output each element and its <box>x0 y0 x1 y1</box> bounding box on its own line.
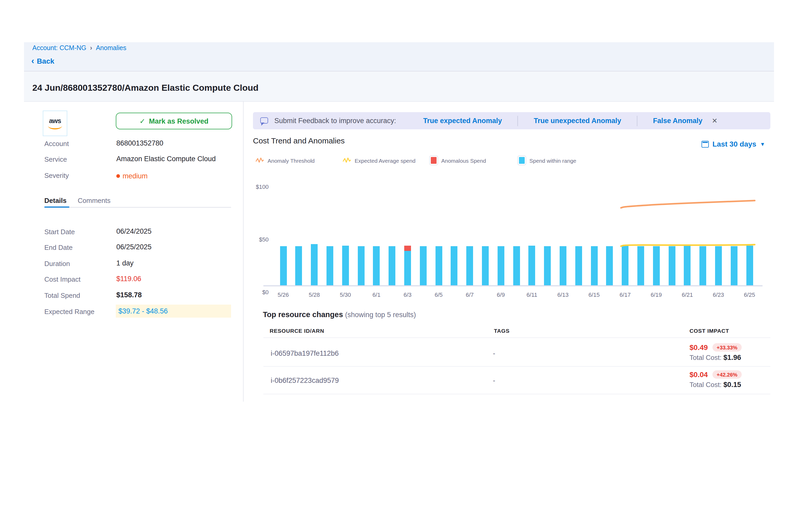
chart-lines <box>273 188 754 285</box>
date-range-picker[interactable]: Last 30 days ▼ <box>702 140 765 148</box>
y-tick-50: $50 <box>253 236 269 243</box>
end-date-label: End Date <box>44 244 73 251</box>
x-tick-6/7: 6/7 <box>466 291 474 298</box>
severity-dot-icon <box>116 174 120 178</box>
legend-label: Expected Average spend <box>355 157 415 164</box>
legend-label: Anomalous Spend <box>441 157 486 164</box>
pulse-line-icon <box>343 157 351 164</box>
x-tick-6/15: 6/15 <box>589 291 600 298</box>
x-tick-5/26: 5/26 <box>278 291 289 298</box>
resources-title: Top resource changes (showing top 5 resu… <box>263 310 416 319</box>
total-cost-value: $1.96 <box>723 354 741 361</box>
aws-logo-text: aws <box>49 118 61 124</box>
feedback-option-true-unexpected[interactable]: True unexpected Anomaly <box>518 117 637 125</box>
back-label: Back <box>37 57 54 65</box>
x-tick-6/9: 6/9 <box>497 291 505 298</box>
legend-anomalous-spend: Anomalous Spend <box>430 156 486 165</box>
x-tick-6/19: 6/19 <box>651 291 662 298</box>
x-tick-6/13: 6/13 <box>557 291 569 298</box>
back-chevron-icon: ‹ <box>31 57 34 65</box>
feedback-option-true-expected[interactable]: True expected Anomaly <box>407 117 518 125</box>
breadcrumb-account-link[interactable]: Account: CCM-NG <box>32 44 86 51</box>
expected-range-label: Expected Range <box>44 308 94 316</box>
mark-as-resolved-label: Mark as Resolved <box>149 117 208 125</box>
cost-impact-cell: $0.49 +33.33% Total Cost: $1.96 <box>689 343 742 361</box>
tab-track <box>44 207 231 208</box>
x-tick-6/5: 6/5 <box>435 291 443 298</box>
y-tick-0: $0 <box>253 289 269 295</box>
cost-amount: $0.49 <box>689 343 708 352</box>
blue-swatch-icon <box>518 156 526 165</box>
severity-text: medium <box>122 172 148 180</box>
cost-impact-label: Cost Impact <box>44 276 81 283</box>
breadcrumb-chevron-icon: › <box>90 44 92 52</box>
chart-title: Cost Trend and Anomalies <box>253 136 345 145</box>
tab-comments[interactable]: Comments <box>78 197 111 205</box>
table-divider <box>263 338 771 338</box>
table-divider <box>263 394 771 394</box>
line-anomaly-threshold <box>621 201 755 208</box>
total-cost-value: $0.15 <box>723 381 741 388</box>
x-axis-line <box>263 285 762 286</box>
x-axis: 5/265/285/306/16/36/56/76/96/116/136/156… <box>273 291 754 300</box>
cost-trend-chart: $100 $50 $0 5/265/285/306/16/36/56/76/96… <box>253 182 775 307</box>
legend-label: Spend within range <box>529 157 576 164</box>
mark-as-resolved-button[interactable]: ✓ Mark as Resolved <box>116 113 232 129</box>
x-tick-5/30: 5/30 <box>340 291 351 298</box>
breadcrumb: Account: CCM-NG › Anomalies <box>32 44 126 52</box>
legend-label: Anomaly Threshold <box>268 157 315 164</box>
red-swatch-icon <box>430 156 438 165</box>
x-tick-6/21: 6/21 <box>682 291 693 298</box>
start-date-value: 06/24/2025 <box>116 227 152 235</box>
col-header-tags: TAGS <box>494 327 510 334</box>
total-cost-label: Total Cost: <box>689 381 722 388</box>
percent-change-badge: +42.26% <box>712 370 742 379</box>
resource-id-cell[interactable]: i-06597ba197fe112b6 <box>271 349 339 357</box>
percent-change-badge: +33.33% <box>712 343 742 352</box>
chat-bubble-icon <box>260 117 268 124</box>
page-title: 24 Jun/868001352780/Amazon Elastic Compu… <box>32 83 259 93</box>
duration-label: Duration <box>44 260 70 268</box>
col-header-resource-id: RESOURCE ID/ARN <box>270 327 324 334</box>
legend-expected-average: Expected Average spend <box>343 157 415 164</box>
tags-cell: - <box>493 349 495 357</box>
tab-details[interactable]: Details <box>44 197 66 205</box>
feedback-option-false-anomaly[interactable]: False Anomaly <box>638 117 708 125</box>
breadcrumb-anomalies-link[interactable]: Anomalies <box>96 44 127 51</box>
resources-subtitle: (showing top 5 results) <box>345 311 416 319</box>
resource-id-cell[interactable]: i-0b6f257223cad9579 <box>271 377 339 384</box>
feedback-prompt: Submit Feedback to improve accuracy: <box>274 117 396 125</box>
total-cost-label: Total Cost: <box>689 354 722 361</box>
account-value: 868001352780 <box>116 139 163 147</box>
col-header-cost-impact: COST IMPACT <box>689 327 729 334</box>
breadcrumb-band <box>24 42 774 72</box>
x-tick-6/17: 6/17 <box>620 291 631 298</box>
x-tick-6/11: 6/11 <box>527 291 537 298</box>
cost-impact-value: $119.06 <box>116 275 141 283</box>
check-icon: ✓ <box>139 117 146 125</box>
aws-logo: aws <box>43 111 67 136</box>
resources-title-text: Top resource changes <box>263 310 343 319</box>
table-divider <box>263 366 771 367</box>
tab-active-underline <box>44 206 69 208</box>
x-tick-6/23: 6/23 <box>713 291 724 298</box>
severity-value: medium <box>116 171 148 180</box>
service-value: Amazon Elastic Compute Cloud <box>116 155 216 163</box>
account-label: Account <box>44 140 69 148</box>
x-tick-6/1: 6/1 <box>373 291 380 298</box>
service-label: Service <box>44 155 67 163</box>
line-expected-average-spend <box>621 245 755 246</box>
legend-anomaly-threshold: Anomaly Threshold <box>255 157 315 164</box>
total-spend-value: $158.78 <box>116 291 142 299</box>
cost-amount: $0.04 <box>689 370 708 379</box>
cost-impact-cell: $0.04 +42.26% Total Cost: $0.15 <box>689 370 742 388</box>
feedback-close-icon[interactable]: ✕ <box>712 117 718 125</box>
back-button[interactable]: ‹ Back <box>31 57 54 65</box>
aws-smile-icon <box>48 125 62 129</box>
x-tick-6/3: 6/3 <box>403 291 412 298</box>
severity-label: Severity <box>44 172 69 179</box>
x-tick-5/28: 5/28 <box>309 291 320 298</box>
expected-range-value: $39.72 - $48.56 <box>118 307 168 315</box>
end-date-value: 06/25/2025 <box>116 243 152 251</box>
pulse-line-icon <box>255 157 264 164</box>
